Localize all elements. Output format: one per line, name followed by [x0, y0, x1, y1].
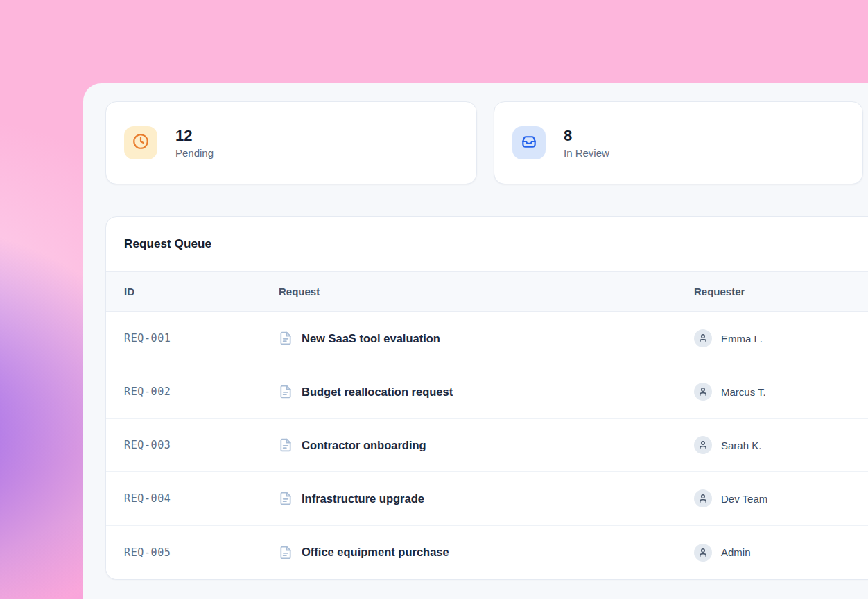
user-icon: [698, 440, 708, 450]
avatar: [694, 489, 712, 507]
table-row[interactable]: REQ-004 Infrastructure upgrade: [106, 472, 868, 526]
table-title-row: Request Queue: [106, 217, 868, 272]
stat-value: 8: [564, 127, 609, 144]
table-row[interactable]: REQ-001 New SaaS tool evaluation: [106, 312, 868, 365]
avatar: [694, 544, 712, 562]
pending-icon-badge: [124, 126, 157, 159]
request-title: New SaaS tool evaluation: [302, 332, 440, 345]
request-id: REQ-002: [124, 385, 279, 398]
stat-text: 8 In Review: [564, 127, 609, 158]
document-icon: [279, 492, 293, 505]
avatar: [694, 436, 712, 454]
stat-label: In Review: [564, 147, 609, 159]
request-title: Infrastructure upgrade: [302, 492, 424, 505]
request-title: Budget reallocation request: [302, 385, 453, 399]
inbox-icon: [520, 132, 538, 153]
column-header-request: Request: [279, 286, 694, 297]
stats-row: 12 Pending 8 In Review: [105, 101, 863, 184]
stat-text: 12 Pending: [175, 127, 214, 158]
document-icon: [279, 438, 293, 452]
avatar: [694, 329, 712, 347]
stat-card-pending: 12 Pending: [105, 101, 477, 184]
clock-icon: [132, 132, 150, 153]
column-header-id: ID: [124, 286, 279, 297]
column-header-requester: Requester: [694, 286, 865, 297]
table-row[interactable]: REQ-005 Office equipment purchase: [106, 526, 868, 579]
user-icon: [698, 548, 708, 557]
user-icon: [698, 387, 708, 397]
user-icon: [698, 494, 708, 503]
in-review-icon-badge: [512, 126, 546, 159]
stat-value: 12: [175, 127, 214, 144]
requester-name: Marcus T.: [721, 386, 766, 398]
stat-card-in-review: 8 In Review: [494, 101, 863, 184]
user-icon: [698, 333, 708, 343]
request-queue-card: Request Queue ID Request Requester REQ-0…: [105, 216, 868, 580]
avatar: [694, 383, 712, 401]
background: { "stats": [ { "value": "12", "label": "…: [0, 0, 868, 599]
table-title: Request Queue: [124, 237, 211, 251]
requester-name: Sarah K.: [721, 440, 761, 451]
stat-label: Pending: [175, 147, 214, 159]
requester-name: Dev Team: [721, 493, 767, 505]
request-id: REQ-005: [124, 546, 279, 559]
main-panel: 12 Pending 8 In Review Request Queue: [83, 83, 868, 599]
table-header-row: ID Request Requester: [106, 272, 868, 312]
document-icon: [279, 331, 293, 345]
request-id: REQ-003: [124, 439, 279, 451]
requester-name: Emma L.: [721, 333, 763, 345]
request-id: REQ-004: [124, 492, 279, 505]
document-icon: [279, 385, 293, 399]
request-title: Contractor onboarding: [302, 439, 426, 452]
table-row[interactable]: REQ-002 Budget reallocation request: [106, 365, 868, 419]
request-id: REQ-001: [124, 332, 279, 345]
request-title: Office equipment purchase: [302, 546, 449, 559]
document-icon: [279, 546, 293, 559]
table-row[interactable]: REQ-003 Contractor onboarding: [106, 419, 868, 472]
requester-name: Admin: [721, 546, 751, 558]
